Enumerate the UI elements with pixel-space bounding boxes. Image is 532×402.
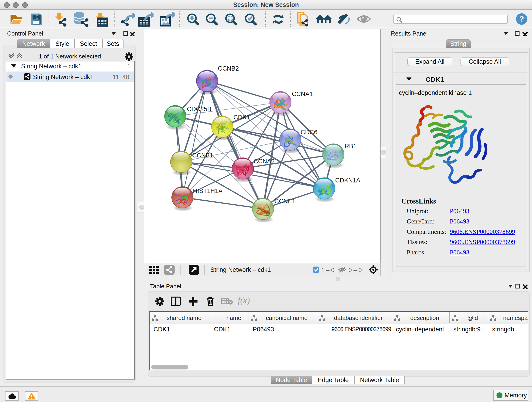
svg-text:CCNA1: CCNA1 [292,90,313,97]
svg-text:CCNA2: CCNA2 [254,158,275,165]
svg-text:CCNE1: CCNE1 [274,198,296,205]
svg-text:CCNB2: CCNB2 [218,65,239,72]
svg-text:CDKN1A: CDKN1A [335,177,360,184]
svg-text:HIST1H1A: HIST1H1A [193,187,222,194]
svg-text:?: ? [519,14,524,23]
svg-text:CDC25B: CDC25B [187,106,211,113]
svg-text:CCNB1: CCNB1 [192,152,213,159]
svg-text:RB1: RB1 [345,143,357,150]
svg-text:CDK1: CDK1 [234,114,250,121]
svg-text:CDC6: CDC6 [301,129,317,136]
